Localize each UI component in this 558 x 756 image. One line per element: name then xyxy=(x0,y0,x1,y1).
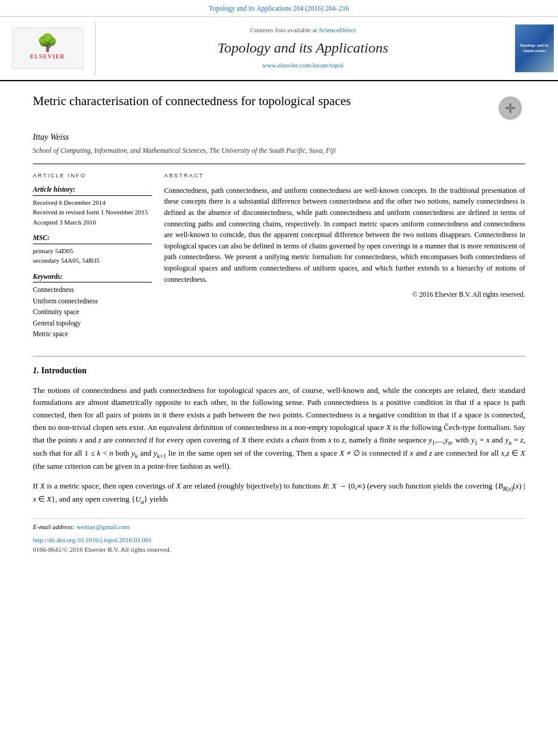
var-z: z xyxy=(98,435,101,444)
received-date-2: Received in revised form 1 November 2015 xyxy=(33,207,152,217)
and-2: and xyxy=(59,494,70,503)
section-title: Introduction xyxy=(41,366,87,375)
intro-paragraph-2: If X is a metric space, then open coveri… xyxy=(33,480,525,506)
journal-name-header: Topology and its Applications xyxy=(217,38,388,59)
crossmark-icon xyxy=(498,96,522,120)
journal-citation: Topology and its Applications 204 (2016)… xyxy=(209,5,349,12)
contents-available-line: Contents lists available at ScienceDirec… xyxy=(250,26,356,35)
accepted-date: Accepted 3 March 2016 xyxy=(33,217,152,228)
var-x: x xyxy=(79,435,83,444)
journal-center-header: Contents lists available at ScienceDirec… xyxy=(95,21,510,75)
journal-thumbnail-area: Topology and its Applications xyxy=(510,21,558,75)
author-affiliation: School of Computing, Information, and Ma… xyxy=(33,146,525,155)
thumb-text: Topology and its Applications xyxy=(517,43,551,54)
author-name: Ittay Weiss xyxy=(33,131,525,143)
keyword-2: Uniform connectedness xyxy=(33,296,152,306)
received-date-1: Received 6 December 2014 xyxy=(33,198,152,208)
main-content: Metric characterisation of connectedness… xyxy=(0,81,558,567)
section-divider xyxy=(33,356,525,357)
keyword-5: Metric space xyxy=(33,328,152,339)
svg-point-3 xyxy=(508,106,513,110)
journal-thumbnail: Topology and its Applications xyxy=(515,24,554,72)
copyright-line: © 2016 Elsevier B.V. All rights reserved… xyxy=(164,290,525,300)
keyword-4: General topology xyxy=(33,318,152,328)
keyword-1: Connectedness xyxy=(33,284,152,295)
msc-primary: primary 54D05 xyxy=(33,246,152,256)
journal-header: 🌳 ELSEVIER Contents lists available at S… xyxy=(0,17,558,81)
keywords-label: Keywords: xyxy=(33,272,152,283)
email-address[interactable]: weittay@gmail.com xyxy=(76,523,130,530)
journal-url[interactable]: www.elsevier.com/locate/topol xyxy=(262,61,343,70)
article-info-abstract-section: ARTICLE INFO Article history: Received 6… xyxy=(33,164,525,345)
rights-line: 0166-8641/© 2016 Elsevier B.V. All right… xyxy=(33,545,525,555)
abstract-column: ABSTRACT Connectedness, path connectedne… xyxy=(164,171,525,345)
chain-term: chain xyxy=(291,435,309,444)
article-history-block: Article history: Received 6 December 201… xyxy=(33,185,152,227)
elsevier-logo-box: 🌳 ELSEVIER xyxy=(12,27,84,69)
science-direct-link[interactable]: ScienceDirect xyxy=(319,26,356,33)
elsevier-label: ELSEVIER xyxy=(30,53,65,62)
article-title: Metric characterisation of connectedness… xyxy=(33,93,486,109)
article-history-title: Article history: xyxy=(33,185,152,196)
msc-label: MSC: xyxy=(33,233,152,244)
abstract-text: Connectedness, path connectedness, and u… xyxy=(164,185,525,285)
msc-secondary: secondary 54A05, 54B35 xyxy=(33,256,152,266)
keyword-3: Continuity space xyxy=(33,306,152,317)
abstract-label: ABSTRACT xyxy=(164,171,525,180)
intro-paragraph-1: The notions of connectedness and path co… xyxy=(33,385,525,473)
article-info-label: ARTICLE INFO xyxy=(33,171,152,180)
section-number: 1. xyxy=(33,366,39,375)
footer-area: E-mail address: weittay@gmail.com http:/… xyxy=(33,518,525,555)
elsevier-logo-area: 🌳 ELSEVIER xyxy=(0,21,95,75)
introduction-heading: 1. Introduction xyxy=(33,365,525,377)
and-1: and xyxy=(85,435,96,444)
connected-term: connected xyxy=(115,435,147,444)
crossmark-badge[interactable] xyxy=(495,95,525,122)
journal-citation-bar: Topology and its Applications 204 (2016)… xyxy=(0,0,558,17)
var-X-metric: X xyxy=(40,481,45,490)
email-label: E-mail address: xyxy=(33,523,76,530)
doi-line[interactable]: http://dx.doi.org/10.1016/j.topol.2016.0… xyxy=(33,536,525,545)
elsevier-tree-icon: 🌳 xyxy=(37,35,58,51)
var-X-2: X xyxy=(242,435,246,444)
keywords-list: Connectedness Uniform connectedness Cont… xyxy=(33,284,152,339)
var-X-1: X xyxy=(386,423,391,432)
article-title-row: Metric characterisation of connectedness… xyxy=(33,93,525,125)
article-info-column: ARTICLE INFO Article history: Received 6… xyxy=(33,171,152,345)
keywords-block: Keywords: Connectedness Uniform connecte… xyxy=(33,272,152,340)
msc-block: MSC: primary 54D05 secondary 54A05, 54B3… xyxy=(33,233,152,266)
email-line: E-mail address: weittay@gmail.com xyxy=(33,523,525,532)
